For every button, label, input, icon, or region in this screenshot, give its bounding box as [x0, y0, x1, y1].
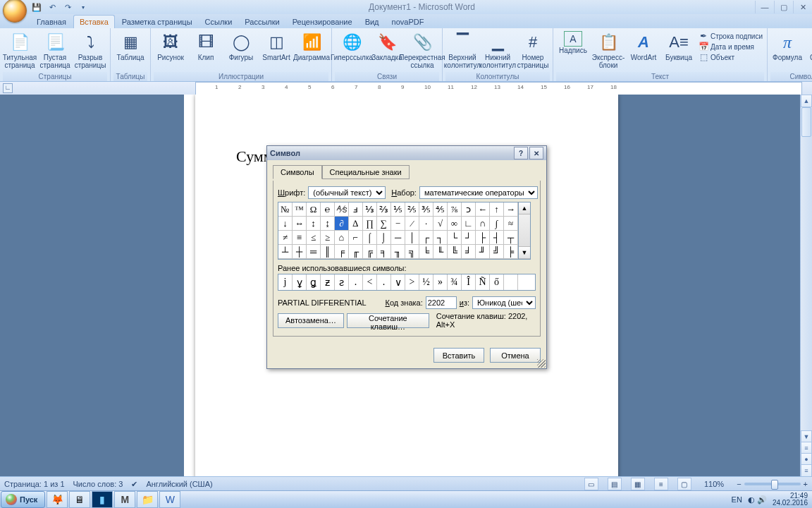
symbol-cell[interactable]: ∏: [363, 217, 377, 231]
recent-symbol-cell[interactable]: Ñ: [476, 274, 490, 290]
taskbar-firefox[interactable]: 🦊: [47, 491, 68, 508]
view-fullscreen[interactable]: ▤: [608, 478, 622, 490]
symbol-cell[interactable]: ╕: [377, 245, 391, 259]
symbol-cell[interactable]: ∞: [448, 217, 462, 231]
footer-button[interactable]: ▁Нижний колонтитул: [481, 30, 515, 69]
maximize-button[interactable]: ▢: [774, 1, 793, 13]
scroll-up-button[interactable]: ▲: [801, 95, 812, 107]
symbol-cell[interactable]: ≤: [307, 231, 321, 245]
symbol-cell[interactable]: ┘: [462, 231, 476, 245]
symbol-cell[interactable]: ⅎ: [349, 202, 363, 217]
chart-button[interactable]: 📶Диаграмма: [295, 30, 328, 61]
symbol-cell[interactable]: ┌: [419, 231, 433, 245]
symbol-cell[interactable]: Ω: [307, 202, 321, 217]
symbol-cell[interactable]: ═: [307, 245, 321, 259]
symbol-cell[interactable]: ⌠: [363, 231, 377, 245]
symbol-cell[interactable]: ↕: [307, 217, 321, 231]
dialog-help-button[interactable]: ?: [514, 147, 528, 159]
view-web[interactable]: ▦: [631, 478, 645, 490]
zoom-in-button[interactable]: +: [804, 480, 808, 488]
symbol-cell[interactable]: ⌂: [335, 231, 349, 245]
scroll-thumb[interactable]: [801, 107, 811, 137]
recent-symbol-cell[interactable]: ǥ: [307, 274, 321, 290]
minimize-button[interactable]: —: [755, 1, 774, 13]
symbol-cell[interactable]: ∙: [419, 217, 433, 231]
from-select[interactable]: Юникод (шестн.): [472, 296, 536, 309]
equation-button[interactable]: πФормула: [770, 30, 804, 61]
dropcap-button[interactable]: A≡Буквица: [662, 30, 696, 61]
recent-symbol-cell[interactable]: Î: [462, 274, 476, 290]
symbol-cell[interactable]: ├: [476, 231, 490, 245]
recent-symbol-cell[interactable]: .: [349, 274, 363, 290]
symbol-cell[interactable]: ↓: [278, 217, 293, 231]
symbol-cell[interactable]: ⅗: [419, 202, 433, 217]
qat-dropdown-icon[interactable]: ▾: [78, 1, 89, 13]
symbol-cell[interactable]: ┐: [433, 231, 448, 245]
close-button[interactable]: ✕: [793, 1, 812, 13]
quickparts-button[interactable]: 📋Экспресс-блоки: [591, 30, 625, 69]
symbol-cell[interactable]: ⅞: [448, 202, 462, 217]
tab-view[interactable]: Вид: [359, 16, 385, 28]
status-language[interactable]: Английский (США): [146, 480, 212, 488]
vertical-scrollbar[interactable]: ▲ ▼ ≡ ● ≡: [800, 95, 812, 477]
blank-page-button[interactable]: 📃Пустая страница: [38, 30, 72, 69]
symbol-cell[interactable]: ┼: [293, 245, 307, 259]
symbol-cell[interactable]: ←: [476, 202, 490, 217]
taskbar-word[interactable]: W: [159, 491, 180, 508]
pagenum-button[interactable]: #Номер страницы: [516, 30, 550, 69]
tab-home[interactable]: Главная: [31, 16, 72, 28]
tab-review[interactable]: Рецензирование: [287, 16, 358, 28]
dialog-resize-handle[interactable]: [537, 359, 546, 368]
recent-symbol-cell[interactable]: ƶ: [321, 274, 335, 290]
recent-symbols-grid[interactable]: јұǥƶƨ.<.∨>½»¾ÎÑő: [278, 274, 536, 291]
symbol-grid[interactable]: №™Ω℮⅍ⅎ⅓⅔⅕⅖⅗⅘⅞ↄ←↑→↓↔↕↨∂∆∏∑−∕∙√∞∟∩∫≈≠≡≤≥⌂⌐…: [278, 202, 519, 260]
symbol-cell[interactable]: ⅔: [377, 202, 391, 217]
font-select[interactable]: (обычный текст): [308, 186, 386, 199]
recent-symbol-cell[interactable]: .: [377, 274, 391, 290]
smartart-button[interactable]: ◫SmartArt: [259, 30, 293, 61]
recent-symbol-cell[interactable]: ∨: [391, 274, 405, 290]
symbol-cell[interactable]: ™: [293, 202, 307, 217]
recent-symbol-cell[interactable]: >: [405, 274, 419, 290]
symbol-cell[interactable]: ↔: [293, 217, 307, 231]
dialog-titlebar[interactable]: Символ ? ✕: [267, 146, 546, 160]
symbol-cell[interactable]: ∕: [405, 217, 419, 231]
picture-button[interactable]: 🖼Рисунок: [154, 30, 187, 61]
grid-scroll-down[interactable]: ▼: [519, 247, 530, 259]
symbol-cell[interactable]: ⅕: [391, 202, 405, 217]
view-outline[interactable]: ≡: [654, 478, 668, 490]
tab-symbols[interactable]: Символы: [273, 165, 322, 179]
table-button[interactable]: ▦Таблица: [113, 30, 147, 61]
textbox-button[interactable]: AНадпись: [556, 30, 590, 54]
code-input[interactable]: [426, 296, 457, 309]
tab-pagelayout[interactable]: Разметка страницы: [116, 16, 198, 28]
grid-scroll-up[interactable]: ▲: [519, 202, 530, 214]
symbol-cell[interactable]: −: [391, 217, 405, 231]
recent-symbol-cell[interactable]: ő: [490, 274, 504, 290]
subset-select[interactable]: математические операторы: [419, 186, 538, 199]
symbol-cell[interactable]: ∑: [377, 217, 391, 231]
symbol-cell[interactable]: ⅓: [363, 202, 377, 217]
redo-icon[interactable]: ↷: [62, 1, 73, 13]
symbol-cell[interactable]: ╘: [419, 245, 433, 259]
symbol-cell[interactable]: ↨: [321, 217, 335, 231]
symbol-cell[interactable]: ─: [391, 231, 405, 245]
symbol-cell[interactable]: №: [278, 202, 293, 217]
status-page[interactable]: Страница: 1 из 1: [4, 480, 65, 488]
undo-icon[interactable]: ↶: [47, 1, 58, 13]
recent-symbol-cell[interactable]: ½: [419, 274, 433, 290]
symbol-cell[interactable]: ∆: [349, 217, 363, 231]
symbol-cell[interactable]: ╞: [504, 245, 518, 259]
wordart-button[interactable]: AWordArt: [627, 30, 660, 61]
symbol-cell[interactable]: ≥: [321, 231, 335, 245]
recent-symbol-cell[interactable]: ¾: [448, 274, 462, 290]
taskbar-far[interactable]: ▮: [92, 491, 113, 508]
symbol-cell[interactable]: ∂: [335, 217, 349, 231]
view-print-layout[interactable]: ▭: [584, 478, 598, 490]
zoom-slider[interactable]: − +: [737, 480, 808, 488]
grid-scroll-track[interactable]: [519, 214, 530, 247]
symbol-cell[interactable]: ║: [321, 245, 335, 259]
recent-symbol-cell[interactable]: [504, 274, 518, 290]
status-words[interactable]: Число слов: 3: [73, 480, 123, 488]
page-break-button[interactable]: ⤵Разрыв страницы: [73, 30, 107, 69]
